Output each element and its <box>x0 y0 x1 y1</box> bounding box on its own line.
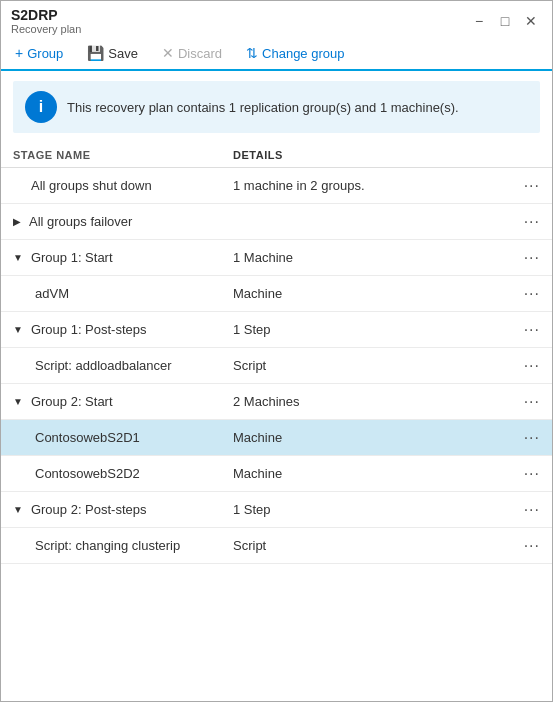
stage-label: All groups shut down <box>31 178 152 193</box>
save-label: Save <box>108 46 138 61</box>
stage-label: Script: addloadbalancer <box>35 358 172 373</box>
stage-cell: ▼Group 2: Start <box>13 394 233 409</box>
app-subtitle: Recovery plan <box>11 23 81 35</box>
discard-button[interactable]: ✕ Discard <box>158 43 226 63</box>
table-row[interactable]: ▼Group 1: Start1 Machine··· <box>1 240 552 276</box>
stage-label: Group 1: Start <box>31 250 113 265</box>
expand-icon[interactable]: ▶ <box>13 216 21 227</box>
stage-label: Group 2: Post-steps <box>31 502 147 517</box>
table-row[interactable]: All groups shut down1 machine in 2 group… <box>1 168 552 204</box>
stage-cell: Script: addloadbalancer <box>13 358 233 373</box>
stage-cell: adVM <box>13 286 233 301</box>
details-cell: Script <box>233 358 510 373</box>
stage-label: All groups failover <box>29 214 132 229</box>
row-actions-button[interactable]: ··· <box>510 501 540 519</box>
group-label: Group <box>27 46 63 61</box>
stage-cell: All groups shut down <box>13 178 233 193</box>
collapse-icon[interactable]: ▼ <box>13 252 23 263</box>
stage-label: adVM <box>35 286 69 301</box>
toolbar: + Group 💾 Save ✕ Discard ⇅ Change group <box>1 37 552 71</box>
table-row[interactable]: ContosowebS2D2Machine··· <box>1 456 552 492</box>
table: STAGE NAME DETAILS All groups shut down1… <box>1 143 552 702</box>
table-row[interactable]: ▼Group 1: Post-steps1 Step··· <box>1 312 552 348</box>
col-stage-header: STAGE NAME <box>13 149 233 161</box>
collapse-icon[interactable]: ▼ <box>13 504 23 515</box>
stage-cell: ▼Group 1: Start <box>13 250 233 265</box>
stage-cell: ContosowebS2D2 <box>13 466 233 481</box>
change-group-icon: ⇅ <box>246 45 258 61</box>
table-row[interactable]: Script: addloadbalancerScript··· <box>1 348 552 384</box>
app-title: S2DRP <box>11 7 81 23</box>
stage-label: Group 2: Start <box>31 394 113 409</box>
row-actions-button[interactable]: ··· <box>510 393 540 411</box>
window-controls: − □ ✕ <box>468 10 542 32</box>
collapse-icon[interactable]: ▼ <box>13 324 23 335</box>
minimize-button[interactable]: − <box>468 10 490 32</box>
row-actions-button[interactable]: ··· <box>510 249 540 267</box>
discard-label: Discard <box>178 46 222 61</box>
save-button[interactable]: 💾 Save <box>83 43 142 63</box>
details-cell: Machine <box>233 430 510 445</box>
stage-label: ContosowebS2D2 <box>35 466 140 481</box>
table-row[interactable]: ▼Group 2: Post-steps1 Step··· <box>1 492 552 528</box>
details-cell: 1 Step <box>233 502 510 517</box>
stage-label: ContosowebS2D1 <box>35 430 140 445</box>
stage-label: Group 1: Post-steps <box>31 322 147 337</box>
row-actions-button[interactable]: ··· <box>510 537 540 555</box>
stage-label: Script: changing clusterip <box>35 538 180 553</box>
title-bar: S2DRP Recovery plan − □ ✕ <box>1 1 552 37</box>
change-group-button[interactable]: ⇅ Change group <box>242 43 348 63</box>
table-row[interactable]: ContosowebS2D1Machine··· <box>1 420 552 456</box>
stage-cell: ▼Group 1: Post-steps <box>13 322 233 337</box>
app-title-area: S2DRP Recovery plan <box>11 7 81 35</box>
change-group-label: Change group <box>262 46 344 61</box>
info-banner: i This recovery plan contains 1 replicat… <box>13 81 540 133</box>
discard-icon: ✕ <box>162 45 174 61</box>
row-actions-button[interactable]: ··· <box>510 429 540 447</box>
row-actions-button[interactable]: ··· <box>510 465 540 483</box>
group-button[interactable]: + Group <box>11 43 67 63</box>
details-cell: 1 Machine <box>233 250 510 265</box>
collapse-icon[interactable]: ▼ <box>13 396 23 407</box>
table-row[interactable]: ▶All groups failover··· <box>1 204 552 240</box>
table-header: STAGE NAME DETAILS <box>1 143 552 168</box>
row-actions-button[interactable]: ··· <box>510 285 540 303</box>
details-cell: 1 Step <box>233 322 510 337</box>
info-icon: i <box>25 91 57 123</box>
add-icon: + <box>15 45 23 61</box>
details-cell: Machine <box>233 466 510 481</box>
info-text: This recovery plan contains 1 replicatio… <box>67 100 459 115</box>
row-actions-button[interactable]: ··· <box>510 321 540 339</box>
stage-cell: ContosowebS2D1 <box>13 430 233 445</box>
table-body: All groups shut down1 machine in 2 group… <box>1 168 552 702</box>
col-details-header: DETAILS <box>233 149 510 161</box>
maximize-button[interactable]: □ <box>494 10 516 32</box>
stage-cell: ▶All groups failover <box>13 214 233 229</box>
save-icon: 💾 <box>87 45 104 61</box>
details-cell: Machine <box>233 286 510 301</box>
table-row[interactable]: adVMMachine··· <box>1 276 552 312</box>
close-button[interactable]: ✕ <box>520 10 542 32</box>
row-actions-button[interactable]: ··· <box>510 213 540 231</box>
row-actions-button[interactable]: ··· <box>510 177 540 195</box>
details-cell: Script <box>233 538 510 553</box>
row-actions-button[interactable]: ··· <box>510 357 540 375</box>
table-row[interactable]: ▼Group 2: Start2 Machines··· <box>1 384 552 420</box>
stage-cell: ▼Group 2: Post-steps <box>13 502 233 517</box>
details-cell: 1 machine in 2 groups. <box>233 178 510 193</box>
table-row[interactable]: Script: changing clusteripScript··· <box>1 528 552 564</box>
details-cell: 2 Machines <box>233 394 510 409</box>
stage-cell: Script: changing clusterip <box>13 538 233 553</box>
